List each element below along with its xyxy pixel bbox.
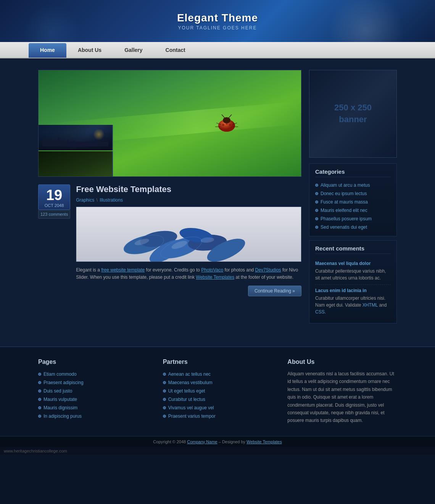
slider-thumb-2[interactable]	[39, 151, 113, 177]
svg-point-3	[222, 124, 224, 126]
page-link[interactable]: Etiam commodo	[44, 372, 77, 377]
bullet-icon	[38, 415, 41, 418]
link-dev7studios[interactable]: Dev7Studios	[255, 267, 281, 273]
svg-point-4	[229, 124, 231, 126]
post-date: 19 OCT 2048 123 comments	[38, 184, 70, 296]
list-item: Curabitur ut lectus	[163, 395, 272, 404]
link-website-templates[interactable]: Website Templates	[196, 275, 234, 280]
bullet-icon	[315, 200, 318, 204]
partner-link[interactable]: Ut eget tellus eget	[168, 388, 205, 394]
comment-link-2[interactable]: Lacus enim id lacinia in	[315, 288, 391, 293]
bullet-icon	[163, 389, 166, 393]
bullet-icon	[163, 373, 166, 376]
list-item: Etiam commodo	[38, 370, 148, 378]
footer-partners-title: Partners	[163, 359, 272, 365]
bullet-icon	[38, 389, 41, 393]
footer-about-title: About Us	[287, 359, 397, 365]
category-link[interactable]: Mauris eleifend elit nec	[321, 208, 367, 213]
post-image	[76, 207, 301, 262]
bullet-icon	[163, 381, 166, 384]
list-item: Sed venenatis dui eget	[315, 223, 391, 231]
sidebar-banner[interactable]: 250 x 250 banner	[309, 70, 397, 158]
partner-link[interactable]: Curabitur ut lectus	[168, 397, 205, 402]
bottom-bar: Copyright © 2048 Company Name – Designed…	[0, 436, 435, 447]
bullet-icon	[315, 217, 318, 220]
page-link[interactable]: Mauris dignissim	[44, 405, 77, 410]
list-item: Fusce at mauris massa	[315, 198, 391, 206]
bullet-icon	[163, 415, 166, 418]
post-cat-illustrations[interactable]: Illustrations	[100, 197, 123, 203]
continue-reading-button[interactable]: Continue Reading »	[248, 286, 301, 296]
slider-thumbnails[interactable]	[39, 125, 113, 176]
page-link[interactable]: Mauris vulputate	[44, 397, 77, 402]
date-day: 19	[42, 188, 66, 202]
bullet-icon	[315, 209, 318, 212]
sidebar: 250 x 250 banner Categories Aliquam ut a…	[309, 70, 397, 327]
image-slider[interactable]	[38, 70, 301, 177]
nav-gallery[interactable]: Gallery	[113, 42, 154, 58]
categories-title: Categories	[315, 168, 391, 177]
bullet-icon	[38, 398, 41, 401]
list-item: In adipiscing purus	[38, 412, 148, 420]
footer-partners: Partners Aenean ac tellus nec Maecenas v…	[163, 359, 272, 425]
bullet-icon	[315, 184, 318, 187]
page-link[interactable]: Duis sed justo	[44, 388, 72, 394]
list-item: Maecenas vestibulum	[163, 378, 272, 387]
date-comments[interactable]: 123 comments	[38, 210, 70, 219]
recent-comments-title: Recent comments	[315, 245, 391, 254]
category-link[interactable]: Aliquam ut arcu a metus	[321, 183, 370, 188]
site-header: Elegant Theme YOUR TAGLINE GOES HERE	[0, 0, 435, 42]
date-month-year: OCT 2048	[42, 203, 66, 208]
comment-text-1: Curabitur pellentesque varius nibh, sit …	[315, 268, 386, 281]
content-area: 19 OCT 2048 123 comments Free Website Te…	[0, 58, 435, 346]
page-link[interactable]: In adipiscing purus	[44, 414, 82, 419]
svg-point-5	[226, 123, 228, 125]
list-item: Aenean ac tellus nec	[163, 370, 272, 378]
category-link[interactable]: Sed venenatis dui eget	[321, 225, 367, 230]
status-bar: www.heritagechristiancollege.com	[0, 447, 435, 455]
list-item: Donec eu ipsum lectus	[315, 189, 391, 198]
nav-about[interactable]: About Us	[66, 42, 113, 58]
bullet-icon	[315, 192, 318, 195]
partner-link[interactable]: Vivamus vel augue vel	[168, 405, 214, 410]
bullet-icon	[163, 406, 166, 409]
bullet-icon	[163, 398, 166, 401]
nav-contact[interactable]: Contact	[154, 42, 197, 58]
bullet-icon	[38, 406, 41, 409]
website-templates-link[interactable]: Website Templates	[246, 439, 282, 444]
copyright-text: Copyright © 2048	[153, 439, 187, 444]
link-xhtml[interactable]: XHTML	[362, 302, 378, 308]
page-link[interactable]: Praesent adipiscing	[44, 380, 84, 385]
category-link[interactable]: Phasellus posuere ipsum	[321, 216, 372, 221]
nav-home[interactable]: Home	[29, 43, 66, 58]
category-link[interactable]: Fusce at mauris massa	[321, 199, 368, 205]
partner-link[interactable]: Aenean ac tellus nec	[168, 372, 211, 377]
comment-text-2: Curabitur ullamcorper ultricies nisi. Na…	[315, 296, 387, 315]
partner-link[interactable]: Maecenas vestibulum	[168, 380, 213, 385]
partner-link[interactable]: Praesent varius tempor	[168, 414, 216, 419]
link-css[interactable]: CSS	[315, 309, 325, 315]
post-categories: Graphics \ Illustrations	[76, 197, 301, 203]
comment-link-1[interactable]: Maecenas vel liqula dolor	[315, 261, 391, 266]
list-item: Praesent varius tempor	[163, 412, 272, 420]
header-branding: Elegant Theme YOUR TAGLINE GOES HERE	[177, 12, 258, 31]
link-photovaco[interactable]: PhotoVaco	[201, 267, 223, 273]
footer-about: About Us Aliquam venenatis nisl a lacus …	[287, 359, 397, 425]
post-cat-graphics[interactable]: Graphics	[76, 197, 94, 203]
footer-columns: Pages Etiam commodo Praesent adipiscing …	[0, 346, 435, 436]
bullet-icon	[38, 381, 41, 384]
slider-thumb-1[interactable]	[39, 125, 113, 150]
site-tagline: YOUR TAGLINE GOES HERE	[177, 25, 258, 31]
company-name-link[interactable]: Company Name	[187, 439, 217, 444]
post-body: Free Website Templates Graphics \ Illust…	[76, 184, 301, 296]
status-url: www.heritagechristiancollege.com	[4, 449, 67, 453]
bullet-icon	[38, 373, 41, 376]
link-free-template[interactable]: free website template	[101, 267, 145, 273]
sidebar-recent-comments: Recent comments Maecenas vel liqula dolo…	[309, 240, 397, 323]
svg-point-2	[223, 117, 230, 123]
footer-inner: Pages Etiam commodo Praesent adipiscing …	[38, 359, 397, 425]
footer-about-text: Aliquam venenatis nisl a lacus facilisis…	[287, 370, 397, 425]
footer-pages-title: Pages	[38, 359, 148, 365]
category-link[interactable]: Donec eu ipsum lectus	[321, 191, 367, 196]
main-nav: Home About Us Gallery Contact	[0, 42, 435, 58]
